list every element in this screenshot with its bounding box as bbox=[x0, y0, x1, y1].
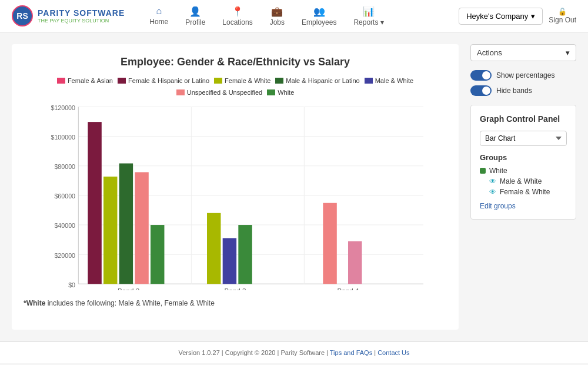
legend-white: White bbox=[267, 89, 294, 96]
actions-chevron-icon: ▾ bbox=[566, 48, 570, 57]
chart-footnote: *White includes the following: Male & Wh… bbox=[24, 299, 447, 307]
svg-text:$40000: $40000 bbox=[54, 222, 75, 229]
group-white-dot bbox=[480, 168, 486, 174]
nav-employees[interactable]: 👥 Employees bbox=[295, 3, 343, 29]
navbar: RS PARITY SOFTWARE THE PAY EQUITY SOLUTI… bbox=[0, 0, 588, 32]
signout-button[interactable]: 🔓 Sign Out bbox=[549, 8, 576, 24]
bar-band3-female-white bbox=[207, 213, 220, 284]
employees-icon: 👥 bbox=[313, 6, 325, 17]
chart-svg: $0 $20000 $40000 $60000 $80000 $100000 $… bbox=[29, 102, 441, 290]
svg-text:Band 4: Band 4 bbox=[337, 287, 359, 290]
profile-icon: 👤 bbox=[189, 6, 201, 17]
signout-icon: 🔓 bbox=[558, 8, 567, 16]
svg-text:$0: $0 bbox=[68, 281, 75, 288]
svg-text:$20000: $20000 bbox=[54, 252, 75, 259]
right-panel: Actions ▾ Show percentages Hide bands Gr… bbox=[470, 44, 576, 330]
hide-bands-row: Hide bands bbox=[470, 85, 576, 96]
legend-color-female-asian bbox=[57, 78, 65, 84]
show-percentages-toggle[interactable] bbox=[470, 70, 492, 81]
footer-contact-link[interactable]: Contact Us bbox=[377, 349, 409, 356]
graph-control-panel: Graph Control Panel Bar Chart Line Chart… bbox=[470, 105, 576, 220]
footnote-text: includes the following: Male & White, Fe… bbox=[48, 299, 215, 307]
group-white-label: White bbox=[489, 167, 507, 175]
nav-jobs-label: Jobs bbox=[270, 18, 285, 26]
bar-band3-male-white bbox=[223, 238, 236, 284]
nav-home-label: Home bbox=[149, 18, 168, 26]
actions-label: Actions bbox=[477, 48, 502, 57]
legend-color-male-hispanic bbox=[275, 78, 283, 84]
navbar-right: Heyke's Company ▾ 🔓 Sign Out bbox=[459, 8, 576, 25]
show-percentages-row: Show percentages bbox=[470, 70, 576, 81]
nav-reports[interactable]: 📊 Reports ▾ bbox=[346, 3, 390, 29]
panel-title: Graph Control Panel bbox=[480, 114, 567, 124]
nav-locations[interactable]: 📍 Locations bbox=[215, 3, 259, 29]
legend-color-unspecified bbox=[176, 89, 185, 95]
group-female-white: 👁 Female & White bbox=[480, 188, 567, 196]
locations-icon: 📍 bbox=[232, 6, 243, 17]
nav-profile[interactable]: 👤 Profile bbox=[178, 3, 212, 29]
nav-reports-label: Reports ▾ bbox=[353, 18, 383, 26]
legend-label-male-white: Male & White bbox=[375, 77, 413, 84]
hide-bands-label: Hide bands bbox=[496, 87, 532, 95]
legend-label-female-hispanic: Female & Hispanic or Latino bbox=[128, 77, 209, 84]
group-male-white-label: Male & White bbox=[500, 177, 542, 185]
svg-text:$120000: $120000 bbox=[51, 104, 76, 111]
chart-area: Employee: Gender & Race/Ethnicity vs Sal… bbox=[12, 44, 459, 330]
legend-color-male-white bbox=[365, 78, 373, 84]
brand: RS PARITY SOFTWARE THE PAY EQUITY SOLUTI… bbox=[12, 5, 125, 26]
legend-color-female-white bbox=[214, 78, 222, 84]
signout-label: Sign Out bbox=[549, 16, 576, 24]
hide-bands-toggle[interactable] bbox=[470, 85, 492, 96]
bar-chart: $0 $20000 $40000 $60000 $80000 $100000 $… bbox=[29, 102, 441, 290]
chart-legend: Female & Asian Female & Hispanic or Lati… bbox=[24, 77, 447, 96]
groups-title: Groups bbox=[480, 153, 567, 162]
group-male-white: 👁 Male & White bbox=[480, 177, 567, 185]
brand-name: PARITY SOFTWARE bbox=[38, 8, 125, 18]
svg-text:$100000: $100000 bbox=[51, 134, 76, 141]
bar-band2-female-white bbox=[103, 177, 117, 284]
footer-tips-link[interactable]: Tips and FAQs bbox=[330, 349, 372, 356]
group-white: White bbox=[480, 167, 567, 175]
toggles-group: Show percentages Hide bands bbox=[470, 70, 576, 96]
nav-profile-label: Profile bbox=[185, 18, 205, 26]
legend-male-white: Male & White bbox=[365, 77, 413, 84]
footer: Version 1.0.27 | Copyright © 2020 | Pari… bbox=[0, 341, 588, 363]
nav-home[interactable]: ⌂ Home bbox=[142, 3, 175, 29]
legend-label-unspecified: Unspecified & Unspecified bbox=[187, 89, 262, 96]
bar-band4-white bbox=[348, 241, 362, 284]
legend-color-female-hispanic bbox=[118, 78, 126, 84]
bar-band2-white bbox=[151, 225, 164, 284]
eye-male-white-icon[interactable]: 👁 bbox=[489, 177, 496, 185]
nav-locations-label: Locations bbox=[222, 18, 252, 26]
bar-band4-unspecified bbox=[323, 203, 336, 284]
brand-logo-icon: RS bbox=[12, 5, 33, 26]
legend-color-white bbox=[267, 89, 275, 95]
home-icon: ⌂ bbox=[156, 6, 162, 16]
chart-type-select[interactable]: Bar Chart Line Chart bbox=[480, 131, 567, 146]
chart-title: Employee: Gender & Race/Ethnicity vs Sal… bbox=[24, 56, 447, 68]
legend-label-white: White bbox=[278, 89, 294, 96]
legend-unspecified: Unspecified & Unspecified bbox=[176, 89, 262, 96]
group-female-white-label: Female & White bbox=[500, 188, 550, 196]
nav-jobs[interactable]: 💼 Jobs bbox=[263, 3, 292, 29]
legend-label-female-asian: Female & Asian bbox=[68, 77, 113, 84]
legend-label-male-hispanic: Male & Hispanic or Latino bbox=[286, 77, 359, 84]
svg-text:$60000: $60000 bbox=[54, 193, 75, 200]
company-dropdown[interactable]: Heyke's Company ▾ bbox=[459, 8, 543, 25]
bar-band3-white bbox=[238, 225, 252, 284]
company-name: Heyke's Company bbox=[466, 12, 528, 21]
show-percentages-label: Show percentages bbox=[496, 71, 554, 79]
bar-band2-female-hispanic bbox=[88, 122, 101, 284]
svg-text:Band 3: Band 3 bbox=[224, 287, 246, 290]
company-dropdown-icon: ▾ bbox=[531, 12, 535, 21]
legend-female-hispanic: Female & Hispanic or Latino bbox=[118, 77, 209, 84]
svg-text:RS: RS bbox=[16, 11, 28, 21]
navbar-items: ⌂ Home 👤 Profile 📍 Locations 💼 Jobs 👥 Em… bbox=[142, 3, 459, 29]
jobs-icon: 💼 bbox=[271, 6, 283, 17]
main-content: Employee: Gender & Race/Ethnicity vs Sal… bbox=[0, 32, 588, 341]
edit-groups-link[interactable]: Edit groups bbox=[480, 202, 567, 210]
bar-band2-unspecified bbox=[135, 172, 148, 284]
actions-dropdown[interactable]: Actions ▾ bbox=[470, 44, 576, 61]
eye-female-white-icon[interactable]: 👁 bbox=[489, 188, 496, 196]
svg-text:$80000: $80000 bbox=[54, 163, 75, 170]
